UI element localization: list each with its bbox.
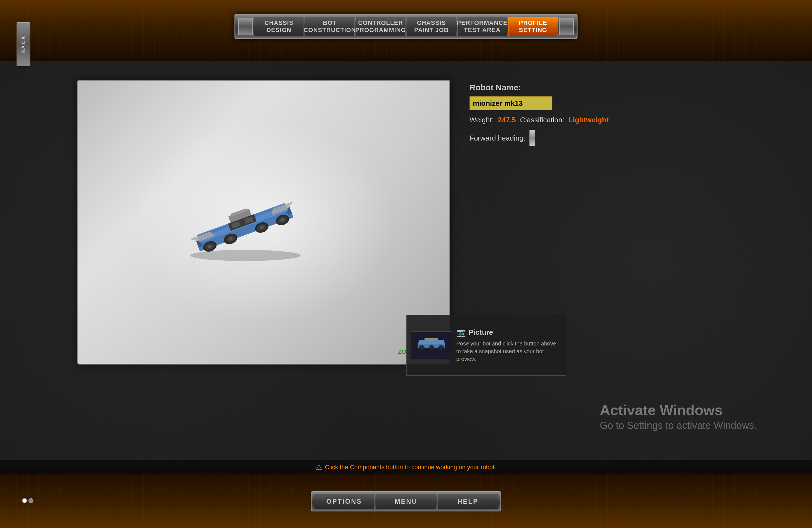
tab-chassis-paint-job[interactable]: CHASSISPAINT JOB xyxy=(407,17,456,36)
right-panel: Robot Name: Weight: 247.5 Classification… xyxy=(469,83,663,146)
heading-label: Forward heading: xyxy=(469,134,525,143)
bottom-tab-menu[interactable]: MENU xyxy=(376,494,436,509)
heading-indicator xyxy=(530,130,535,146)
page-dot-1 xyxy=(22,498,27,503)
status-text: ⚠ Click the Components button to continu… xyxy=(316,463,496,472)
svg-point-0 xyxy=(190,250,301,261)
weight-value: 247.5 xyxy=(498,116,516,124)
robot-name-label: Robot Name: xyxy=(469,83,663,92)
robot-name-input[interactable] xyxy=(469,97,552,110)
activate-subtitle: Go to Settings to activate Windows. xyxy=(600,420,757,431)
tab-bot-construction[interactable]: BOTCONSTRUCTION xyxy=(305,17,354,36)
tab-controller-programming[interactable]: CONTROLLERPROGRAMMING xyxy=(356,17,405,36)
view-panel: ZOOM xyxy=(77,80,450,365)
svg-point-30 xyxy=(429,345,434,350)
weight-row: Weight: 247.5 Classification: Lightweigh… xyxy=(469,116,663,124)
svg-point-31 xyxy=(438,345,444,350)
classification-value: Lightweight xyxy=(568,116,609,124)
activate-title: Activate Windows xyxy=(600,402,757,419)
svg-point-29 xyxy=(419,345,424,350)
tab-profile-setting[interactable]: PROFILESETTING xyxy=(508,17,558,36)
classification-label: Classification: xyxy=(520,116,564,124)
picture-panel: 📷 Picture Pose your bot and click the bu… xyxy=(406,315,566,376)
picture-thumbnail xyxy=(411,332,452,359)
picture-info: 📷 Picture Pose your bot and click the bu… xyxy=(456,328,562,363)
status-bar: ⚠ Click the Components button to continu… xyxy=(0,460,812,474)
activate-windows-watermark: Activate Windows Go to Settings to activ… xyxy=(600,402,757,431)
back-button[interactable]: BACK xyxy=(17,22,30,66)
status-message: Click the Components button to continue … xyxy=(325,464,496,471)
bottom-nav: OPTIONS MENU HELP xyxy=(311,491,501,511)
status-icon: ⚠ xyxy=(316,463,322,472)
back-label: BACK xyxy=(21,35,27,54)
heading-row: Forward heading: xyxy=(469,130,663,146)
bottom-tab-options[interactable]: OPTIONS xyxy=(314,494,375,509)
robot-display xyxy=(162,181,328,264)
page-indicator xyxy=(22,498,33,503)
svg-rect-32 xyxy=(424,338,438,341)
tab-performance-test-area[interactable]: PERFORMANCETEST AREA xyxy=(458,17,507,36)
weight-label: Weight: xyxy=(469,116,494,124)
picture-header: 📷 Picture xyxy=(456,328,562,337)
nav-bar: CHASSISDESIGN BOTCONSTRUCTION CONTROLLER… xyxy=(234,14,578,39)
page-dot-2 xyxy=(28,498,33,503)
picture-description: Pose your bot and click the button above… xyxy=(456,340,562,363)
camera-icon: 📷 xyxy=(456,328,466,337)
picture-title: Picture xyxy=(469,328,493,337)
tab-chassis-design[interactable]: CHASSISDESIGN xyxy=(254,17,304,36)
bottom-tab-help[interactable]: HELP xyxy=(437,494,498,509)
